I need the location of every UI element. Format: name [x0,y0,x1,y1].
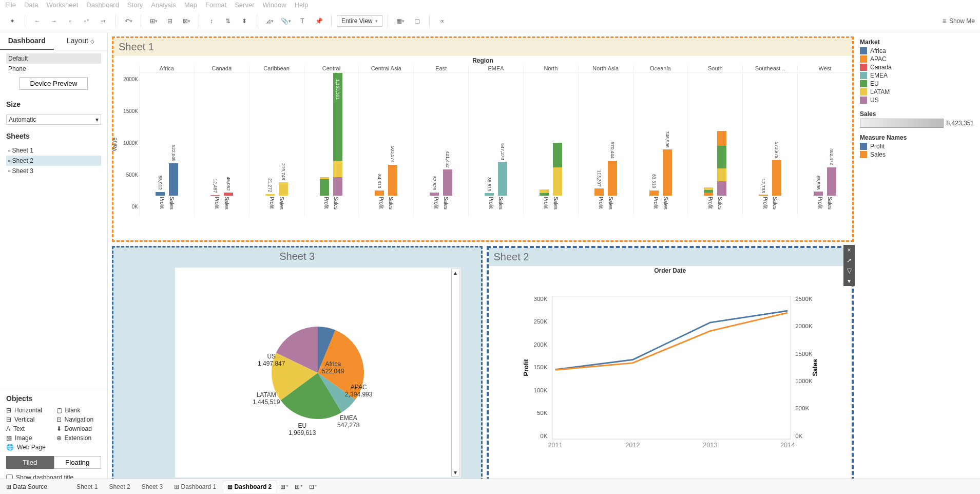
objects-label: Objects [6,394,101,405]
presentation-icon[interactable]: ▢ [410,14,424,28]
new-story-icon[interactable]: ⊡⁺ [306,481,320,492]
menu-worksheet[interactable]: Worksheet [46,1,78,9]
object-navigation[interactable]: ⊡Navigation [56,416,102,423]
sheet-item-1[interactable]: ▫ Sheet 1 [6,145,101,156]
svg-text:100K: 100K [533,387,547,393]
tab-layout[interactable]: Layout ◇ [54,32,108,50]
bottom-tab-dashboard-1[interactable]: ⊞ Dashboard 1 [168,481,222,493]
object-horizontal[interactable]: ⊟Horizontal [6,407,51,414]
device-default[interactable]: Default [6,53,101,64]
object-blank[interactable]: ▢Blank [56,407,102,414]
device-preview-button[interactable]: Device Preview [20,77,88,90]
close-icon[interactable]: × [843,245,855,255]
menu-story[interactable]: Story [127,1,143,9]
menu-format[interactable]: Format [205,1,226,9]
object-text[interactable]: AText [6,425,51,432]
order-date-label: Order Date [489,266,852,275]
region-header: North Asia [578,65,633,72]
datasource-tab[interactable]: ⊞ Data Source [3,481,50,492]
menu-window[interactable]: Window [262,1,286,9]
sheet1-title: Sheet 1 [113,38,852,56]
sales-legend-title: Sales [860,110,974,118]
legend-canada[interactable]: Canada [860,63,974,71]
filter-icon[interactable]: ▽ [843,265,855,276]
bottom-tab-sheet-3[interactable]: Sheet 3 [136,481,168,493]
legend-us[interactable]: US [860,96,974,104]
clear-icon[interactable]: ⊠ ▾ [179,14,194,28]
legend-apac[interactable]: APAC [860,55,974,63]
swap-icon[interactable]: ⊞ ▾ [146,14,161,28]
text-icon[interactable]: T [295,14,310,28]
menu-data[interactable]: Data [24,1,38,9]
sheet1-panel[interactable]: Sheet 1 Region AfricaCanadaCaribbeanCent… [112,36,854,242]
sheet3-title: Sheet 3 [113,248,481,265]
svg-text:0K: 0K [795,432,802,439]
new-sheet-icon[interactable]: ▫ ▾ [96,14,110,28]
menu-help[interactable]: Help [295,1,309,9]
go-to-sheet-icon[interactable]: ↗ [843,255,855,265]
tab-dashboard[interactable]: Dashboard [0,32,54,50]
sort-asc-icon[interactable]: ↕ [204,14,219,28]
forward-icon[interactable]: → [47,14,61,28]
logo-icon[interactable]: ✦ [5,14,20,28]
svg-text:500K: 500K [795,405,809,411]
back-icon[interactable]: ← [30,14,45,28]
more-icon[interactable]: ▾ [843,276,855,286]
sort-desc-icon[interactable]: ⇅ [221,14,235,28]
object-web-page[interactable]: 🌐Web Page [6,444,51,451]
svg-text:2012: 2012 [625,441,640,449]
save-icon[interactable]: ▫ [63,14,78,28]
fit-dropdown[interactable]: Entire View▾ [337,15,382,27]
legend-africa[interactable]: Africa [860,47,974,55]
object-vertical[interactable]: ⊟Vertical [6,416,51,423]
sheet2-panel[interactable]: Sheet 2 Order Date 0K50K100K150K200K250K… [487,246,854,481]
undo-icon[interactable]: ↶ ▾ [121,14,136,28]
object-extension[interactable]: ⊕Extension [56,434,102,442]
menu-dashboard[interactable]: Dashboard [86,1,119,9]
new-worksheet-icon[interactable]: ⊞⁺ [277,481,292,492]
tiled-button[interactable]: Tiled [6,456,54,469]
bottom-tab-dashboard-2[interactable]: ⊞ Dashboard 2 [222,481,277,493]
view-toolbar: × ↗ ▽ ▾ [843,245,855,286]
line-chart: 0K50K100K150K200K250K300K0K500K1000K1500… [520,280,827,464]
sales-gradient [860,119,944,128]
new-dashboard-icon[interactable]: ⊞⁺ [292,481,306,492]
bottom-tab-sheet-1[interactable]: Sheet 1 [71,481,103,493]
group-icon[interactable]: ⊟ [163,14,177,28]
scrollbar[interactable]: ▴▾ [451,269,459,477]
legend-emea[interactable]: EMEA [860,71,974,80]
new-data-icon[interactable]: ▫⁺ [80,14,94,28]
object-download[interactable]: ⬇Download [56,425,102,432]
pie-label-emea: EMEA547,278 [337,414,359,429]
sheet2-title: Sheet 2 [489,248,852,266]
sheet3-panel[interactable]: Sheet 3 ▴▾ Africa522,049APAC2,394,993EME… [112,246,483,481]
bottom-tab-sheet-2[interactable]: Sheet 2 [103,481,136,493]
pin-icon[interactable]: 📌 [312,14,326,28]
size-select[interactable]: Automatic▾ [6,115,101,125]
show-me-button[interactable]: ≡ Show Me [943,17,975,25]
menu-analysis[interactable]: Analysis [151,1,176,9]
share-icon[interactable]: ∝ [435,14,449,28]
highlight-icon[interactable]: ⊿ ▾ [262,14,277,28]
menu-map[interactable]: Map [184,1,197,9]
device-phone[interactable]: Phone [6,64,101,74]
legend-measure-sales[interactable]: Sales [860,150,974,159]
menu-server[interactable]: Server [235,1,254,9]
size-label: Size [0,96,107,110]
legend-latam[interactable]: LATAM [860,88,974,96]
attach-icon[interactable]: 📎 ▾ [279,14,293,28]
svg-text:250K: 250K [533,318,547,325]
legend-eu[interactable]: EU [860,80,974,88]
object-image[interactable]: ▧Image [6,434,51,442]
menu-file[interactable]: File [5,1,16,9]
sort-icon[interactable]: ⬍ [237,14,252,28]
floating-button[interactable]: Floating [54,456,102,469]
sheet-item-2[interactable]: ▫ Sheet 2 [6,156,101,166]
region-header: South [687,65,742,72]
region-header: Oceania [633,65,688,72]
legend-measure-profit[interactable]: Profit [860,142,974,150]
sheet-item-3[interactable]: ▫ Sheet 3 [6,166,101,176]
pie-label-latam: LATAM1,445,519 [253,391,280,406]
svg-text:2011: 2011 [548,441,562,449]
cards-icon[interactable]: ▦ ▾ [393,14,408,28]
